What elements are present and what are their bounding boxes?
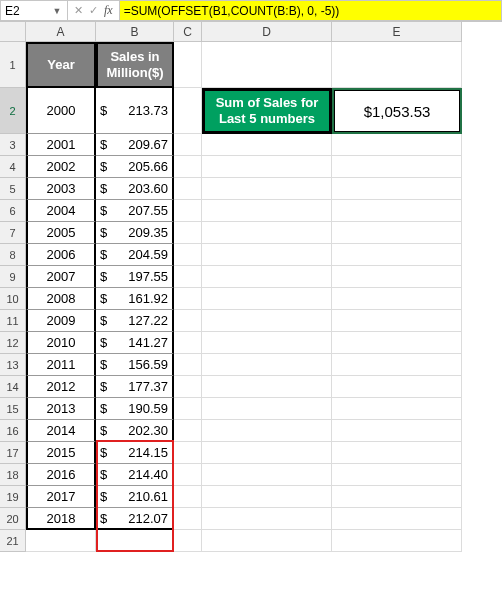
cell-B4[interactable]: $205.66 bbox=[96, 156, 174, 178]
col-header-A[interactable]: A bbox=[26, 22, 96, 42]
cell-C13[interactable] bbox=[174, 354, 202, 376]
cell-A18[interactable]: 2016 bbox=[26, 464, 96, 486]
cell-B1[interactable]: Sales in Million($) bbox=[96, 42, 174, 88]
row-header-15[interactable]: 15 bbox=[0, 398, 26, 420]
cell-A6[interactable]: 2004 bbox=[26, 200, 96, 222]
row-header-5[interactable]: 5 bbox=[0, 178, 26, 200]
cell-A5[interactable]: 2003 bbox=[26, 178, 96, 200]
col-header-D[interactable]: D bbox=[202, 22, 332, 42]
row-header-20[interactable]: 20 bbox=[0, 508, 26, 530]
cell-D15[interactable] bbox=[202, 398, 332, 420]
cell-A11[interactable]: 2009 bbox=[26, 310, 96, 332]
row-header-13[interactable]: 13 bbox=[0, 354, 26, 376]
cell-C10[interactable] bbox=[174, 288, 202, 310]
cell-B14[interactable]: $177.37 bbox=[96, 376, 174, 398]
col-header-C[interactable]: C bbox=[174, 22, 202, 42]
name-box[interactable]: ▼ bbox=[0, 0, 68, 21]
cell-B2[interactable]: $213.73 bbox=[96, 88, 174, 134]
cell-E3[interactable] bbox=[332, 134, 462, 156]
cell-C6[interactable] bbox=[174, 200, 202, 222]
cell-D5[interactable] bbox=[202, 178, 332, 200]
name-box-dropdown-icon[interactable]: ▼ bbox=[49, 6, 65, 16]
cell-B15[interactable]: $190.59 bbox=[96, 398, 174, 420]
cell-D14[interactable] bbox=[202, 376, 332, 398]
cell-D16[interactable] bbox=[202, 420, 332, 442]
row-header-21[interactable]: 21 bbox=[0, 530, 26, 552]
cell-E10[interactable] bbox=[332, 288, 462, 310]
cell-D6[interactable] bbox=[202, 200, 332, 222]
cell-D19[interactable] bbox=[202, 486, 332, 508]
cell-A21[interactable] bbox=[26, 530, 96, 552]
row-header-19[interactable]: 19 bbox=[0, 486, 26, 508]
cell-A15[interactable]: 2013 bbox=[26, 398, 96, 420]
cell-C15[interactable] bbox=[174, 398, 202, 420]
cell-B18[interactable]: $214.40 bbox=[96, 464, 174, 486]
cell-B13[interactable]: $156.59 bbox=[96, 354, 174, 376]
cell-A17[interactable]: 2015 bbox=[26, 442, 96, 464]
cell-C18[interactable] bbox=[174, 464, 202, 486]
row-header-9[interactable]: 9 bbox=[0, 266, 26, 288]
cell-A3[interactable]: 2001 bbox=[26, 134, 96, 156]
cell-B11[interactable]: $127.22 bbox=[96, 310, 174, 332]
cell-E15[interactable] bbox=[332, 398, 462, 420]
cell-E7[interactable] bbox=[332, 222, 462, 244]
cell-C16[interactable] bbox=[174, 420, 202, 442]
row-header-12[interactable]: 12 bbox=[0, 332, 26, 354]
cell-C3[interactable] bbox=[174, 134, 202, 156]
cell-B5[interactable]: $203.60 bbox=[96, 178, 174, 200]
cell-E1[interactable] bbox=[332, 42, 462, 88]
cell-B12[interactable]: $141.27 bbox=[96, 332, 174, 354]
cell-A1[interactable]: Year bbox=[26, 42, 96, 88]
cell-B3[interactable]: $209.67 bbox=[96, 134, 174, 156]
row-header-10[interactable]: 10 bbox=[0, 288, 26, 310]
cell-A19[interactable]: 2017 bbox=[26, 486, 96, 508]
cancel-icon[interactable]: ✕ bbox=[74, 4, 83, 17]
cell-C7[interactable] bbox=[174, 222, 202, 244]
row-header-3[interactable]: 3 bbox=[0, 134, 26, 156]
cell-A2[interactable]: 2000 bbox=[26, 88, 96, 134]
cell-A9[interactable]: 2007 bbox=[26, 266, 96, 288]
cell-A7[interactable]: 2005 bbox=[26, 222, 96, 244]
cell-B21[interactable] bbox=[96, 530, 174, 552]
cell-A14[interactable]: 2012 bbox=[26, 376, 96, 398]
cell-D20[interactable] bbox=[202, 508, 332, 530]
cell-E13[interactable] bbox=[332, 354, 462, 376]
cell-C5[interactable] bbox=[174, 178, 202, 200]
cell-A20[interactable]: 2018 bbox=[26, 508, 96, 530]
cell-C8[interactable] bbox=[174, 244, 202, 266]
col-header-E[interactable]: E bbox=[332, 22, 462, 42]
row-header-14[interactable]: 14 bbox=[0, 376, 26, 398]
cell-B17[interactable]: $214.15 bbox=[96, 442, 174, 464]
cell-D18[interactable] bbox=[202, 464, 332, 486]
cell-D9[interactable] bbox=[202, 266, 332, 288]
cell-E9[interactable] bbox=[332, 266, 462, 288]
cell-D10[interactable] bbox=[202, 288, 332, 310]
row-header-17[interactable]: 17 bbox=[0, 442, 26, 464]
cell-C17[interactable] bbox=[174, 442, 202, 464]
row-header-2[interactable]: 2 bbox=[0, 88, 26, 134]
cell-B6[interactable]: $207.55 bbox=[96, 200, 174, 222]
select-all-corner[interactable] bbox=[0, 22, 26, 42]
cell-D11[interactable] bbox=[202, 310, 332, 332]
cell-C20[interactable] bbox=[174, 508, 202, 530]
enter-icon[interactable]: ✓ bbox=[89, 4, 98, 17]
row-header-4[interactable]: 4 bbox=[0, 156, 26, 178]
cell-D3[interactable] bbox=[202, 134, 332, 156]
formula-input[interactable]: =SUM(OFFSET(B1,COUNT(B:B), 0, -5)) bbox=[119, 0, 502, 21]
row-header-16[interactable]: 16 bbox=[0, 420, 26, 442]
cell-A10[interactable]: 2008 bbox=[26, 288, 96, 310]
row-header-7[interactable]: 7 bbox=[0, 222, 26, 244]
fx-icon[interactable]: fx bbox=[104, 3, 113, 18]
cell-B9[interactable]: $197.55 bbox=[96, 266, 174, 288]
cell-E4[interactable] bbox=[332, 156, 462, 178]
cell-D4[interactable] bbox=[202, 156, 332, 178]
cell-C11[interactable] bbox=[174, 310, 202, 332]
cell-C2[interactable] bbox=[174, 88, 202, 134]
cell-C9[interactable] bbox=[174, 266, 202, 288]
cell-E5[interactable] bbox=[332, 178, 462, 200]
cell-E8[interactable] bbox=[332, 244, 462, 266]
cell-E21[interactable] bbox=[332, 530, 462, 552]
cell-E18[interactable] bbox=[332, 464, 462, 486]
cell-E12[interactable] bbox=[332, 332, 462, 354]
cell-C1[interactable] bbox=[174, 42, 202, 88]
